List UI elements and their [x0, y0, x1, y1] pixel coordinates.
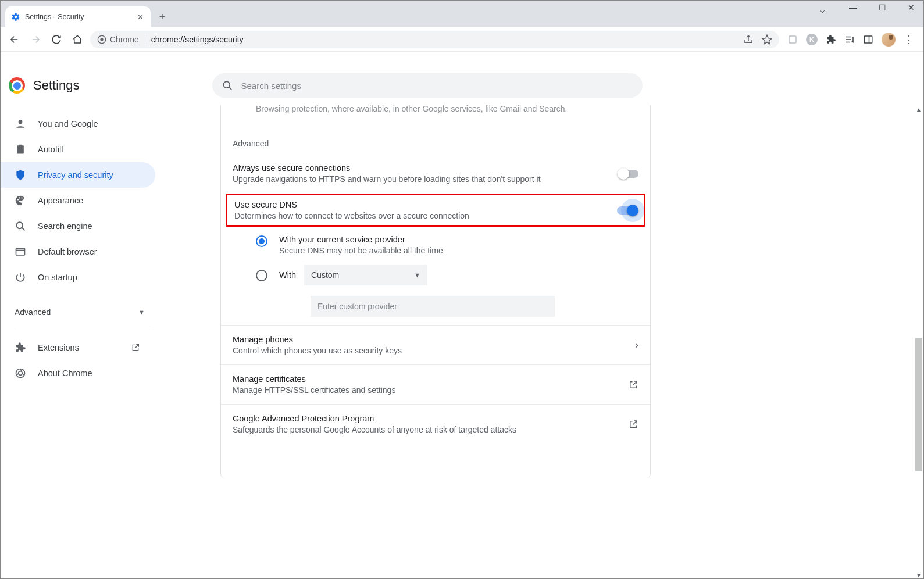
forward-button[interactable] — [27, 31, 44, 48]
row-title: Manage certificates — [233, 374, 621, 384]
open-external-icon — [628, 380, 638, 390]
extensions-icon[interactable] — [826, 34, 836, 45]
radio-with-custom[interactable]: With Custom ▼ — [256, 260, 638, 290]
minimize-icon[interactable]: — — [844, 3, 862, 12]
search-input[interactable] — [241, 81, 633, 91]
radio-icon[interactable] — [256, 270, 267, 281]
browser-tab-active[interactable]: Settings - Security ✕ — [5, 6, 151, 27]
svg-point-17 — [19, 371, 23, 376]
open-external-icon — [131, 343, 140, 352]
sidebar-item-appearance[interactable]: Appearance — [1, 188, 155, 213]
radio-icon[interactable] — [256, 235, 267, 247]
input-placeholder: Enter custom provider — [317, 302, 397, 311]
sidebar-item-label: You and Google — [38, 119, 98, 128]
svg-rect-3 — [864, 36, 872, 43]
advanced-section-heading: Advanced — [221, 128, 650, 156]
chevron-down-icon: ▼ — [414, 271, 420, 278]
reading-list-icon[interactable] — [844, 34, 855, 45]
tab-title: Settings - Security — [25, 13, 84, 21]
custom-provider-input[interactable]: Enter custom provider — [311, 296, 555, 317]
sidebar-item-label: Appearance — [38, 196, 83, 205]
sidebar-item-label: Autofill — [38, 145, 63, 154]
open-external-icon — [628, 419, 638, 430]
svg-line-13 — [22, 228, 25, 231]
maximize-icon[interactable]: ☐ — [873, 3, 891, 12]
row-manage-certificates[interactable]: Manage certificates Manage HTTPS/SSL cer… — [221, 364, 650, 404]
shield-icon — [15, 169, 26, 181]
scroll-down-icon[interactable]: ▼ — [916, 572, 922, 578]
svg-line-6 — [229, 87, 231, 90]
sidebar-item-privacy-security[interactable]: Privacy and security — [1, 162, 155, 188]
row-subtitle: Manage HTTPS/SSL certificates and settin… — [233, 385, 621, 395]
divider — [15, 330, 151, 330]
sidebar-item-autofill[interactable]: Autofill — [1, 137, 155, 162]
search-icon — [15, 220, 26, 232]
back-button[interactable] — [6, 31, 23, 48]
row-subtitle: Safeguards the personal Google Accounts … — [233, 425, 621, 434]
sidebar-item-label: About Chrome — [38, 369, 92, 378]
highlight-annotation: Use secure DNS Determines how to connect… — [226, 194, 645, 227]
palette-icon — [15, 195, 26, 206]
sidebar-item-label: Extensions — [38, 343, 79, 352]
toggle-always-secure[interactable] — [619, 170, 638, 178]
site-info-icon[interactable] — [97, 35, 106, 44]
svg-rect-8 — [19, 145, 22, 146]
sidebar-item-label: On startup — [38, 273, 77, 282]
power-icon — [15, 271, 26, 283]
clipboard-icon — [15, 144, 26, 155]
profile-k-icon[interactable]: K — [806, 34, 818, 45]
browser-toolbar: Chrome chrome://settings/security K ⋮ — [1, 27, 923, 52]
radio-subtitle: Secure DNS may not be available all the … — [279, 246, 443, 255]
radio-current-provider[interactable]: With your current service provider Secur… — [256, 230, 638, 260]
row-always-secure-connections: Always use secure connections Upgrade na… — [221, 156, 650, 191]
scroll-up-icon[interactable]: ▲ — [916, 106, 922, 113]
sidebar-item-extensions[interactable]: Extensions — [1, 335, 155, 360]
window-controls: — ☐ ✕ — [844, 3, 920, 12]
gear-icon — [11, 12, 20, 22]
scroll-thumb[interactable] — [915, 338, 922, 471]
sidebar-item-you-and-google[interactable]: You and Google — [1, 111, 155, 137]
sidebar-item-default-browser[interactable]: Default browser — [1, 239, 155, 265]
bookmark-icon[interactable] — [762, 34, 772, 45]
row-title: Use secure DNS — [234, 200, 610, 209]
url-text: chrome://settings/security — [151, 35, 244, 44]
close-tab-icon[interactable]: ✕ — [135, 13, 145, 22]
sidebar-advanced-toggle[interactable]: Advanced ▼ — [1, 299, 162, 325]
address-bar[interactable]: Chrome chrome://settings/security — [90, 31, 779, 48]
sidebar-item-label: Privacy and security — [38, 170, 113, 180]
close-window-icon[interactable]: ✕ — [902, 3, 920, 12]
extension-slot-icon[interactable] — [787, 34, 798, 45]
row-title: Google Advanced Protection Program — [233, 414, 621, 423]
svg-point-1 — [100, 38, 103, 41]
chrome-logo-icon — [9, 77, 25, 94]
provider-select[interactable]: Custom ▼ — [304, 265, 427, 285]
avatar-icon[interactable] — [882, 33, 896, 47]
svg-point-5 — [223, 81, 230, 88]
sidebar-advanced-label: Advanced — [15, 308, 51, 317]
page-title: Settings — [33, 78, 80, 93]
svg-point-7 — [19, 120, 23, 124]
side-panel-icon[interactable] — [863, 34, 873, 45]
share-icon[interactable] — [743, 34, 754, 45]
kebab-menu-icon[interactable]: ⋮ — [904, 33, 914, 46]
tab-search-icon[interactable]: ⌵ — [820, 5, 825, 15]
sidebar-item-label: Search engine — [38, 221, 92, 231]
chevron-down-icon: ▼ — [138, 309, 145, 316]
sidebar-item-on-startup[interactable]: On startup — [1, 265, 155, 290]
browser-titlebar: Settings - Security ✕ + ⌵ — ☐ ✕ — [1, 1, 923, 27]
scrollbar[interactable]: ▲ ▼ — [914, 105, 923, 578]
row-advanced-protection[interactable]: Google Advanced Protection Program Safeg… — [221, 404, 650, 444]
row-manage-phones[interactable]: Manage phones Control which phones you u… — [221, 325, 650, 364]
sidebar-item-about-chrome[interactable]: About Chrome — [1, 360, 155, 386]
toggle-secure-dns[interactable] — [617, 206, 637, 215]
radio-label: With your current service provider — [279, 235, 443, 244]
row-subtitle: Control which phones you use as security… — [233, 346, 628, 355]
row-use-secure-dns: Use secure DNS Determines how to connect… — [227, 195, 644, 225]
settings-search[interactable] — [212, 73, 643, 98]
new-tab-button[interactable]: + — [154, 9, 170, 25]
reload-button[interactable] — [48, 31, 65, 48]
sidebar-item-search-engine[interactable]: Search engine — [1, 213, 155, 239]
home-button[interactable] — [69, 31, 85, 48]
sidebar: You and Google Autofill Privacy and secu… — [1, 105, 162, 578]
settings-main: Browsing protection, where available, in… — [162, 105, 923, 578]
